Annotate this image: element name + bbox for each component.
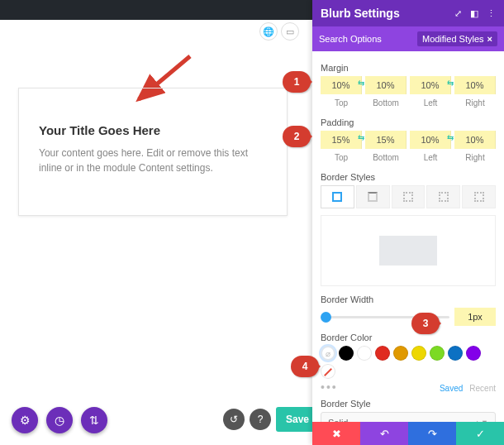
- swatch[interactable]: [357, 346, 372, 361]
- border-style-top[interactable]: [356, 185, 390, 208]
- panel-titlebar: Blurb Settings ⤢ ◧ ⋮: [312, 0, 504, 26]
- phone-icon[interactable]: ▭: [281, 22, 299, 41]
- padding-bottom-input[interactable]: 15%: [365, 131, 407, 149]
- margin-label: Margin: [321, 63, 496, 73]
- border-style-picker: [321, 185, 496, 208]
- panel-redo-button[interactable]: ↷: [408, 422, 456, 445]
- callout-4: 4: [291, 356, 319, 377]
- border-width-input[interactable]: 1px: [454, 308, 496, 326]
- margin-top-input[interactable]: 10%: [321, 76, 362, 94]
- globe-icon[interactable]: 🌐: [259, 22, 278, 41]
- panel-title: Blurb Settings: [321, 7, 400, 20]
- swatch[interactable]: [466, 346, 481, 361]
- kebab-icon[interactable]: ⋮: [487, 8, 496, 19]
- color-swatches: ⌀: [321, 346, 496, 379]
- slider-thumb[interactable]: [321, 312, 331, 323]
- swatch[interactable]: [375, 346, 390, 361]
- settings-panel: Blurb Settings ⤢ ◧ ⋮ Search Options Modi…: [312, 0, 504, 445]
- panel-close-button[interactable]: ✖: [312, 422, 360, 445]
- padding-values: 15%⇆ 15% 10%⇆ 10%: [321, 131, 496, 149]
- page-actions: ↺ ? Save: [223, 407, 319, 432]
- padding-right-input[interactable]: 10%: [454, 131, 496, 149]
- border-style-all[interactable]: [321, 185, 354, 208]
- panel-body: Margin 10%⇆ 10% 10%⇆ 10% Top Bottom Left…: [312, 51, 504, 422]
- border-style-left[interactable]: [462, 185, 496, 208]
- swatch[interactable]: [448, 346, 463, 361]
- border-style-right[interactable]: [392, 185, 426, 208]
- border-style-label: Border Style: [321, 399, 496, 409]
- swatch-tab-recent[interactable]: Recent: [469, 384, 496, 393]
- preview-area: 🌐 ▭ Your Title Goes Here Your content go…: [0, 20, 306, 445]
- border-preview: [321, 215, 496, 286]
- border-width-control: 1px: [321, 308, 496, 326]
- margin-bottom-input[interactable]: 10%: [365, 76, 407, 94]
- panel-undo-button[interactable]: ↶: [360, 422, 408, 445]
- blurb-body[interactable]: Your content goes here. Edit or remove t…: [39, 146, 267, 175]
- padding-sub: Right: [454, 151, 496, 167]
- swatch-tab-saved[interactable]: Saved: [440, 384, 463, 393]
- panel-confirm-button[interactable]: ✓: [456, 422, 504, 445]
- margin-right-input[interactable]: 10%: [454, 76, 496, 94]
- padding-sub: Top: [321, 151, 362, 167]
- padding-sub: Left: [410, 151, 451, 167]
- margin-values: 10%⇆ 10% 10%⇆ 10%: [321, 76, 496, 94]
- more-colors-icon[interactable]: •••: [321, 380, 338, 394]
- history-button[interactable]: ◷: [46, 407, 73, 433]
- border-styles-label: Border Styles: [321, 172, 496, 182]
- swatch[interactable]: [393, 346, 408, 361]
- panel-searchbar: Search Options Modified Styles ×: [312, 26, 504, 51]
- reorder-button[interactable]: ⇅: [81, 407, 107, 433]
- padding-sub: Bottom: [365, 151, 407, 167]
- callout-3: 3: [411, 313, 440, 334]
- padding-label: Padding: [321, 117, 496, 127]
- expand-icon[interactable]: ⤢: [454, 8, 462, 19]
- margin-sub: Bottom: [365, 96, 407, 112]
- swatch[interactable]: [430, 346, 445, 361]
- chip-close-icon[interactable]: ×: [487, 34, 492, 44]
- swatch[interactable]: [411, 346, 426, 361]
- swatch-none[interactable]: ⌀: [321, 346, 335, 361]
- swatch[interactable]: [339, 346, 354, 361]
- preview-toolbar: 🌐 ▭: [0, 20, 306, 40]
- padding-top-input[interactable]: 15%: [321, 131, 362, 149]
- padding-left-input[interactable]: 10%: [410, 131, 451, 149]
- border-color-label: Border Color: [321, 333, 496, 342]
- margin-sub: Left: [410, 96, 451, 112]
- margin-sub: Right: [454, 96, 496, 112]
- blurb-module[interactable]: Your Title Goes Here Your content goes h…: [18, 88, 288, 216]
- border-width-label: Border Width: [321, 294, 496, 304]
- margin-left-input[interactable]: 10%: [410, 76, 451, 94]
- settings-button[interactable]: ⚙: [12, 407, 38, 433]
- chip-label: Modified Styles: [422, 34, 484, 44]
- modified-styles-chip[interactable]: Modified Styles ×: [417, 31, 497, 46]
- margin-sub: Top: [321, 96, 362, 112]
- callout-2: 2: [283, 126, 311, 147]
- help-button[interactable]: ?: [250, 409, 271, 430]
- border-style-select[interactable]: Solid ▲▼: [321, 412, 496, 422]
- blurb-title[interactable]: Your Title Goes Here: [39, 123, 267, 137]
- dock-icon[interactable]: ◧: [470, 8, 478, 19]
- undo-button[interactable]: ↺: [223, 409, 245, 430]
- border-style-bottom[interactable]: [426, 185, 460, 208]
- page-controls: ⚙ ◷ ⇅: [12, 407, 107, 433]
- callout-1: 1: [283, 71, 311, 93]
- panel-footer: ✖ ↶ ↷ ✓: [312, 422, 504, 445]
- search-options[interactable]: Search Options: [319, 34, 382, 44]
